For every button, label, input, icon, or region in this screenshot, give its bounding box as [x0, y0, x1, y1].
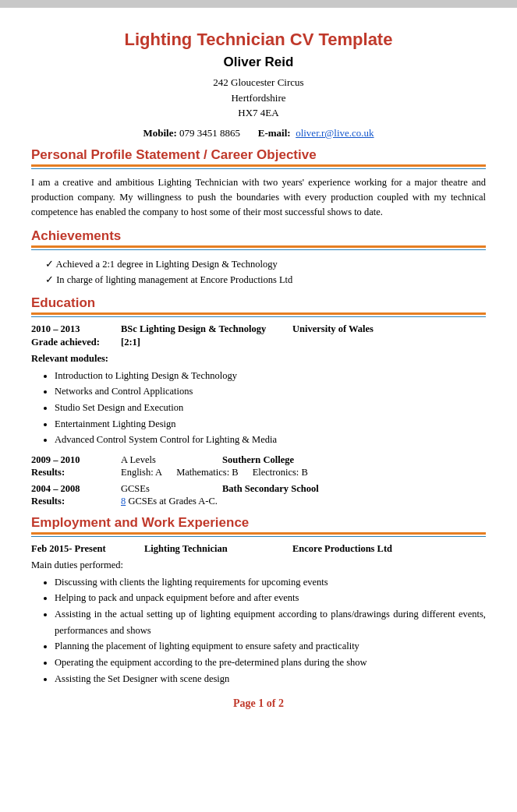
- blue-divider: [31, 168, 486, 169]
- achievements-list: Achieved a 2:1 degree in Lighting Design…: [31, 256, 486, 288]
- edu-school-3: Bath Secondary School: [222, 483, 486, 495]
- gcse-value: 8 GCSEs at Grades A-C.: [121, 496, 218, 507]
- duty-item: Planning the placement of lighting equip…: [55, 638, 486, 655]
- contact-line: Mobile: 079 3451 8865 E-mail: oliver.r@l…: [31, 127, 486, 139]
- blue-divider-edu: [31, 316, 486, 317]
- duties-list: Discussing with clients the lighting req…: [31, 574, 486, 687]
- duty-item: Assisting the Set Designer with scene de…: [55, 671, 486, 687]
- achievements-section: Achievements Achieved a 2:1 degree in Li…: [31, 228, 486, 288]
- address-line1: 242 Gloucester Circus: [31, 75, 486, 90]
- module-item: Entertainment Lighting Design: [55, 416, 486, 432]
- edu-school-2: Southern College: [222, 454, 486, 466]
- orange-divider: [31, 164, 486, 167]
- address-line3: HX7 4EA: [31, 105, 486, 121]
- duty-item: Helping to pack and unpack equipment bef…: [55, 590, 486, 606]
- edu-entry-1: 2010 – 2013 BSc Lighting Design & Techno…: [31, 323, 486, 335]
- edu-entry-2: 2009 – 2010 A Levels Southern College Re…: [31, 454, 486, 478]
- profile-text: I am a creative and ambitious Lighting T…: [31, 175, 486, 221]
- mobile-label: Mobile:: [143, 127, 176, 139]
- education-section: Education 2010 – 2013 BSc Lighting Desig…: [31, 295, 486, 507]
- module-item: Advanced Control System Control for Ligh…: [55, 432, 486, 448]
- edu-school-1: University of Wales: [292, 323, 486, 335]
- cv-page: Lighting Technician CV Template Oliver R…: [0, 8, 517, 812]
- grade-label: Grade achieved:: [31, 337, 121, 348]
- page-number: Page 1 of 2: [31, 697, 486, 710]
- orange-divider-ach: [31, 245, 486, 248]
- module-item: Networks and Control Applications: [55, 383, 486, 400]
- profile-section: Personal Profile Statement / Career Obje…: [31, 147, 486, 221]
- blue-divider-emp: [31, 536, 486, 537]
- achievement-item: In charge of lighting management at Enco…: [45, 272, 486, 288]
- edu-qual-2: A Levels: [121, 454, 222, 466]
- edu-grade-row-1: Grade achieved: [2:1]: [31, 337, 486, 348]
- results-data-2: English: A Mathematics: B Electronics: B: [121, 467, 486, 478]
- profile-heading: Personal Profile Statement / Career Obje…: [31, 147, 486, 163]
- orange-divider-emp: [31, 532, 486, 535]
- results-label-2: Results:: [31, 467, 121, 478]
- employment-section: Employment and Work Experience Feb 2015-…: [31, 515, 486, 687]
- duty-item: Operating the equipment according to the…: [55, 655, 486, 671]
- duty-item: Discussing with clients the lighting req…: [55, 574, 486, 591]
- edu-qual-1: BSc Lighting Design & Technology: [121, 323, 292, 335]
- orange-divider-edu: [31, 312, 486, 315]
- gcse-label: Results:: [31, 496, 121, 507]
- edu-qual-3: GCSEs: [121, 483, 222, 495]
- education-heading: Education: [31, 295, 486, 311]
- modules-list: Introduction to Lighting Design & Techno…: [31, 368, 486, 448]
- edu-year-1: 2010 – 2013: [31, 323, 121, 335]
- edu-year-2: 2009 – 2010: [31, 454, 121, 466]
- grade-value: [2:1]: [121, 337, 140, 348]
- email-label: E-mail:: [258, 127, 291, 139]
- edu-entry-3: 2004 – 2008 GCSEs Bath Secondary School …: [31, 483, 486, 507]
- achievements-heading: Achievements: [31, 228, 486, 244]
- achievement-item: Achieved a 2:1 degree in Lighting Design…: [45, 256, 486, 272]
- duty-item: Assisting in the actual setting up of li…: [55, 606, 486, 638]
- emp-company: Encore Productions Ltd: [292, 543, 486, 555]
- blue-divider-ach: [31, 249, 486, 250]
- edu-year-3: 2004 – 2008: [31, 483, 121, 495]
- module-item: Studio Set Design and Execution: [55, 400, 486, 416]
- emp-entry-1: Feb 2015- Present Lighting Technician En…: [31, 543, 486, 555]
- module-item: Introduction to Lighting Design & Techno…: [55, 368, 486, 384]
- modules-label: Relevant modules:: [31, 353, 486, 365]
- employment-heading: Employment and Work Experience: [31, 515, 486, 531]
- emp-title: Lighting Technician: [144, 543, 292, 555]
- candidate-name: Oliver Reid: [31, 55, 486, 70]
- mobile-number: 079 3451 8865: [179, 127, 240, 139]
- result-item: English: A: [121, 467, 162, 478]
- address-block: 242 Gloucester Circus Hertfordshire HX7 …: [31, 75, 486, 121]
- result-item: Electronics: B: [253, 467, 308, 478]
- emp-date: Feb 2015- Present: [31, 543, 144, 555]
- duties-label: Main duties performed:: [31, 560, 486, 571]
- gcse-link[interactable]: 8: [121, 496, 126, 507]
- result-item: Mathematics: B: [176, 467, 239, 478]
- email-link[interactable]: oliver.r@live.co.uk: [296, 127, 374, 139]
- cv-title: Lighting Technician CV Template: [31, 30, 486, 50]
- address-line2: Hertfordshire: [31, 90, 486, 106]
